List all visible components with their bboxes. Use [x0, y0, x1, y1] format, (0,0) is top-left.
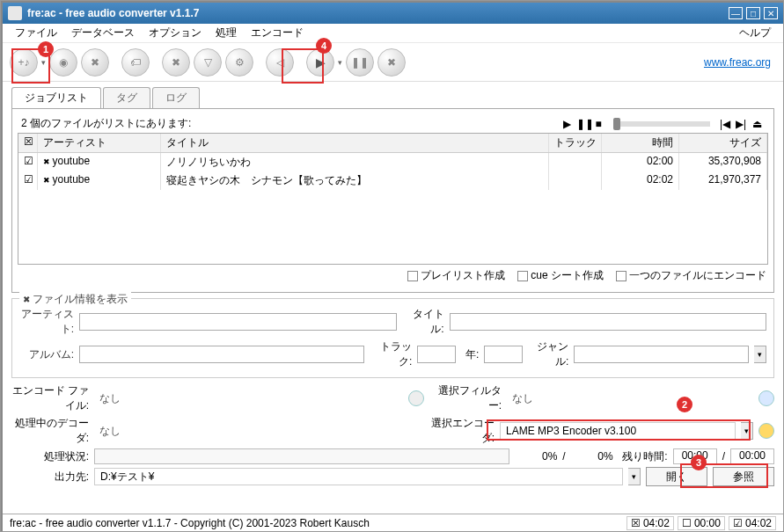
album-label: アルバム:: [19, 347, 74, 362]
decoder-label: 処理中のデコーダ:: [11, 416, 89, 446]
menu-process[interactable]: 処理: [209, 24, 244, 42]
website-link[interactable]: www.freac.org: [704, 56, 771, 69]
pause-button[interactable]: ❚❚: [346, 48, 374, 77]
pause-icon[interactable]: ❚❚: [576, 118, 589, 130]
minimize-button[interactable]: —: [729, 7, 743, 19]
seek-slider[interactable]: [613, 121, 710, 127]
filter-settings-icon[interactable]: [758, 390, 774, 406]
pct1: 0%: [515, 450, 557, 463]
menu-encode[interactable]: エンコード: [244, 24, 311, 42]
output-path-input[interactable]: D:¥テスト¥: [94, 468, 623, 485]
progress-label: 処理状況:: [11, 449, 89, 464]
stop-button[interactable]: ✖: [377, 48, 406, 77]
menu-database[interactable]: データベース: [64, 24, 142, 42]
col-title[interactable]: タイトル: [161, 134, 549, 152]
maximize-button[interactable]: □: [746, 7, 760, 19]
output-dropdown[interactable]: ▾: [628, 468, 641, 485]
status-time-c: ☑04:02: [729, 516, 776, 530]
menu-help[interactable]: ヘルプ: [732, 24, 778, 42]
title-input[interactable]: [450, 313, 767, 331]
decoder-value: なし: [94, 422, 417, 440]
remain-label: 残り時間:: [619, 449, 668, 464]
encfile-value: なし: [94, 390, 403, 407]
filter-label: 選択フィルター:: [429, 383, 502, 413]
encoder-select[interactable]: LAME MP3 Encoder v3.100: [500, 422, 736, 440]
tab-tag[interactable]: タグ: [103, 87, 150, 108]
output-label: 出力先:: [11, 470, 89, 485]
open-button[interactable]: 開く: [646, 467, 707, 486]
album-input[interactable]: [79, 346, 364, 363]
onefile-checkbox[interactable]: 一つのファイルにエンコード: [616, 268, 766, 283]
menu-options[interactable]: オプション: [142, 24, 209, 42]
time1: 00:00: [673, 448, 717, 464]
playlist-checkbox[interactable]: プレイリスト作成: [407, 268, 505, 283]
menubar: ファイル データベース オプション 処理 エンコード ヘルプ: [3, 24, 783, 43]
stop-icon[interactable]: ■: [592, 118, 604, 130]
prev-icon[interactable]: |◀: [719, 118, 731, 130]
eject-icon[interactable]: ⏏: [751, 118, 763, 130]
filter-button[interactable]: ▽: [194, 48, 222, 77]
tab-log[interactable]: ログ: [152, 87, 200, 108]
table-row[interactable]: ☑ youtube 寝起きヤシの木 シナモン【歌ってみた】 02:02 21,9…: [18, 171, 767, 190]
genre-dropdown[interactable]: ▾: [754, 346, 766, 363]
genre-input[interactable]: [574, 346, 749, 363]
filter-value: なし: [507, 390, 753, 407]
encfile-label: エンコード ファイル:: [11, 383, 89, 413]
encoder-label: 選択エンコーダ:: [422, 416, 495, 446]
year-label: 年:: [461, 347, 479, 362]
start-encode-button[interactable]: ▶: [306, 48, 334, 77]
joblist-grid: ☒ アーティスト タイトル トラック 時間 サイズ ☑ youtube ノリノリ…: [18, 133, 768, 265]
close-button[interactable]: ✕: [764, 7, 778, 19]
artist-label: アーティスト:: [19, 307, 74, 337]
remove-button[interactable]: ✖: [81, 48, 109, 77]
genre-label: ジャンル:: [528, 339, 568, 369]
toolbar: +♪▾ ◉ ✖ 🏷 ✖ ▽ ⚙ ◁ ▶▾ ❚❚ ✖ www.freac.org: [3, 43, 783, 82]
browse-button[interactable]: 参照: [713, 467, 774, 486]
list-summary: 2 個のファイルがリストにあります:: [21, 116, 191, 131]
status-time-a: ☒04:02: [626, 516, 674, 530]
track-label: トラック:: [370, 339, 412, 369]
config-button[interactable]: ⚙: [225, 48, 253, 77]
status-text: fre:ac - free audio converter v1.1.7 - C…: [10, 517, 370, 529]
add-files-button[interactable]: +♪: [10, 48, 38, 77]
progress-bar-1: [94, 448, 509, 464]
pct2: 0%: [571, 450, 613, 463]
add-cd-button[interactable]: ◉: [49, 48, 77, 77]
fileinfo-toggle[interactable]: ファイル情報を表示: [19, 292, 131, 307]
share-button[interactable]: ◁: [266, 48, 294, 77]
encoder-dropdown[interactable]: ▾: [741, 422, 753, 440]
app-icon: [8, 6, 22, 20]
table-row[interactable]: ☑ youtube ノリノリちいかわ 02:00 35,370,908: [18, 153, 767, 171]
next-icon[interactable]: ▶|: [735, 118, 747, 130]
tab-joblist[interactable]: ジョブリスト: [11, 87, 101, 108]
col-artist[interactable]: アーティスト: [38, 134, 161, 152]
col-track[interactable]: トラック: [549, 134, 602, 152]
track-input[interactable]: [417, 346, 456, 363]
status-time-b: ☐00:00: [678, 516, 725, 530]
col-size[interactable]: サイズ: [679, 134, 767, 152]
year-input[interactable]: [484, 346, 523, 363]
encoder-settings-icon[interactable]: [758, 423, 774, 439]
col-time[interactable]: 時間: [602, 134, 679, 152]
settings-button[interactable]: ✖: [162, 48, 190, 77]
menu-file[interactable]: ファイル: [8, 24, 64, 42]
title-label: タイトル:: [402, 307, 444, 337]
play-icon[interactable]: ▶: [561, 118, 573, 130]
col-check[interactable]: ☒: [18, 134, 38, 152]
encfile-icon[interactable]: [408, 390, 424, 406]
window-title: fre:ac - free audio converter v1.1.7: [27, 7, 729, 19]
tag-button[interactable]: 🏷: [121, 48, 150, 77]
time2: 00:00: [730, 448, 774, 464]
artist-input[interactable]: [79, 313, 397, 331]
cue-checkbox[interactable]: cue シート作成: [517, 268, 604, 283]
